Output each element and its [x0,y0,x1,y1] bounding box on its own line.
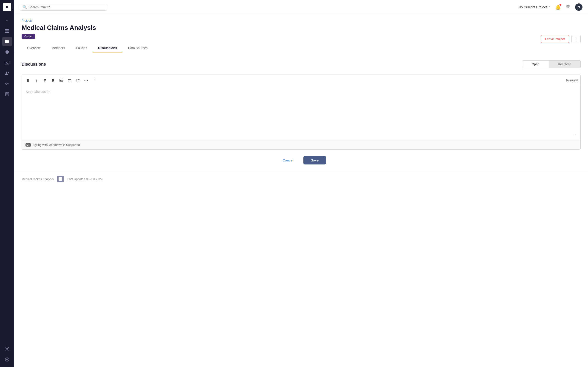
svg-rect-2 [5,32,9,33]
sidebar-item-key[interactable] [2,79,12,89]
footer-logo [57,176,64,182]
numbered-list-button[interactable]: 1. 2. [74,77,82,84]
editor-toolbar: B I T [22,75,580,86]
page-footer: Medical Claims Analysis Last Updated 08 … [14,172,588,186]
topbar-right: No Current Project ⌃ 🔔 N [519,3,582,11]
sidebar-item-terminal[interactable] [2,58,12,67]
footer-project-name: Medical Claims Analysis [22,177,53,181]
page-header-wrap: Projects Medical Claims Analysis Owner L… [14,14,588,39]
main-content: 🔍 No Current Project ⌃ 🔔 N [14,0,588,367]
svg-point-24 [68,81,69,81]
footer-logo-inner [59,177,62,181]
discussions-content: Discussions Open Resolved B I T [14,53,588,172]
tab-policies[interactable]: Policies [70,43,93,53]
markdown-footer: M↓ Styling with Markdown is Supported. [22,140,580,149]
cancel-button[interactable]: Cancel [276,156,300,165]
tab-data-sources[interactable]: Data Sources [122,43,153,53]
sidebar-item-audit[interactable] [2,90,12,99]
search-input[interactable] [28,5,104,9]
project-name-label: No Current Project [519,5,547,9]
svg-rect-1 [5,31,9,31]
svg-rect-0 [5,29,9,30]
leave-project-button[interactable]: Leave Project [541,35,569,43]
search-icon: 🔍 [23,5,27,9]
tabs: Overview Members Policies Discussions Da… [14,43,588,53]
user-avatar[interactable]: N [575,3,582,11]
resolved-toggle-button[interactable]: Resolved [549,60,580,68]
tab-members[interactable]: Members [46,43,70,53]
notification-bell[interactable]: 🔔 [555,4,561,10]
toggle-group: Open Resolved [522,60,581,68]
editor-textarea[interactable] [26,90,577,131]
tab-overview[interactable]: Overview [22,43,46,53]
markdown-icon: M↓ [26,143,31,147]
notification-dot [560,4,561,6]
image-button[interactable] [58,77,65,84]
bullet-list-button[interactable] [66,77,73,84]
footer-last-updated: Last Updated 08 Jun 2022 [67,177,103,181]
blockquote-button[interactable]: " [91,77,98,84]
svg-point-6 [8,72,9,73]
preview-label[interactable]: Preview [566,78,578,82]
svg-point-15 [7,348,8,350]
link-button[interactable] [49,77,57,84]
discussions-header: Discussions Open Resolved [22,60,581,68]
project-selector[interactable]: No Current Project ⌃ [519,5,551,9]
save-button[interactable]: Save [303,156,326,165]
code-button[interactable]: <> [82,77,90,84]
discussion-editor: B I T [22,75,581,150]
action-buttons: Cancel Save [22,156,581,165]
bold-button[interactable]: B [25,77,32,84]
sidebar-item-add[interactable]: + [2,16,12,25]
markdown-note: Styling with Markdown is Supported. [33,143,81,147]
topbar: 🔍 No Current Project ⌃ 🔔 N [14,0,588,14]
signal-icon[interactable] [565,4,571,10]
tab-discussions[interactable]: Discussions [93,43,122,53]
sidebar-item-shield[interactable] [2,47,12,57]
owner-badge: Owner [22,34,35,39]
svg-rect-3 [5,61,9,64]
sidebar-item-layers[interactable] [2,26,12,36]
page-header: Projects Medical Claims Analysis Owner [14,14,588,39]
sidebar: ■ + [0,0,14,367]
open-toggle-button[interactable]: Open [522,60,548,68]
app-logo: ■ [3,3,11,11]
sidebar-item-plus-circle[interactable] [2,355,12,364]
svg-point-23 [68,79,69,80]
svg-text:2.: 2. [76,80,78,82]
resize-handle[interactable]: ⌟ [574,132,576,135]
strikethrough-button[interactable]: T [41,77,48,84]
chevron-down-icon: ⌃ [548,6,551,9]
svg-rect-21 [60,79,63,82]
user-initial: N [578,5,580,9]
page-title: Medical Claims Analysis [22,24,581,31]
discussions-section-title: Discussions [22,62,46,67]
breadcrumb[interactable]: Projects [22,19,581,22]
sidebar-item-settings[interactable] [2,344,12,354]
header-actions: Leave Project ⋮ [541,35,581,43]
sidebar-item-users[interactable] [2,68,12,78]
page-content: Projects Medical Claims Analysis Owner L… [14,14,588,367]
more-options-button[interactable]: ⋮ [571,35,581,43]
sidebar-item-folder[interactable] [2,37,12,46]
editor-body[interactable]: Start Discussion ⌟ [22,86,580,140]
editor-placeholder: Start Discussion [26,90,50,94]
svg-point-5 [6,72,7,73]
italic-button[interactable]: I [33,77,40,84]
svg-point-7 [6,83,7,85]
search-box[interactable]: 🔍 [20,4,107,10]
